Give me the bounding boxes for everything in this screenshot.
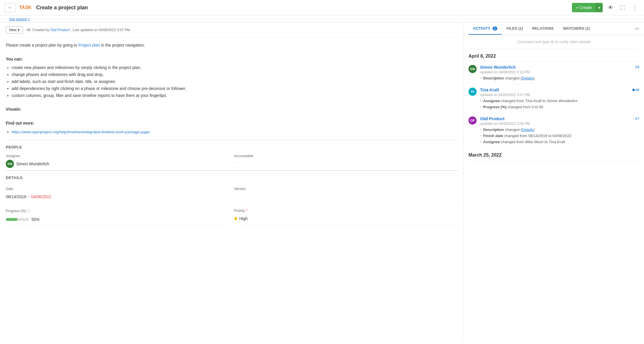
project-plan-link[interactable]: Project plan — [78, 43, 100, 47]
back-button[interactable]: ← — [5, 3, 16, 12]
activity-badge: 1 — [493, 26, 497, 31]
accountable-field: Accountable - — [234, 154, 458, 168]
progress-field: Progress (%) ⓘ 50% — [6, 206, 230, 224]
assignee-field: Assignee SW Simon Wunderlich — [6, 154, 230, 168]
status-badge[interactable]: New ▾ — [6, 26, 23, 33]
create-button-group: + Create ▾ — [572, 3, 603, 12]
date-value-row: 08/14/2019 - 04/06/2022 — [6, 194, 230, 199]
activity-change: Description changed (Details) — [480, 127, 639, 132]
version-field: Version - — [234, 185, 458, 202]
comment-placeholder[interactable]: Comment and type @ to notify other peopl… — [468, 35, 639, 49]
progress-label: Progress (%) ⓘ — [6, 209, 230, 214]
activity-change: Progress (%) changed from 0 to 50 — [480, 105, 639, 109]
tab-relations[interactable]: RELATIONS — [527, 23, 558, 35]
activity-change: Assignee changed from Tina Kraft to Simo… — [480, 99, 639, 103]
tabs-row: ACTIVITY 1 FILES (1) RELATIONS WATCHERS … — [464, 23, 644, 35]
you-can-label: You can: — [6, 56, 458, 63]
activity-item: TK Tina Kraft updated on 04/06/2022 3:07… — [468, 84, 639, 113]
tab-files[interactable]: FILES (1) — [502, 23, 527, 35]
version-value: - — [234, 194, 458, 199]
status-row: New ▾ #8: Created by Olaf Product . Last… — [6, 23, 458, 37]
create-main-button[interactable]: + Create — [572, 3, 596, 12]
date-start: 08/14/2019 — [6, 194, 26, 199]
bullet-item: create new phases and milestones by simp… — [12, 64, 458, 71]
description-section: Please create a project plan by going to… — [6, 37, 458, 140]
visuals-label: Visuals: — [6, 106, 458, 113]
priority-dot — [234, 217, 237, 220]
activity-author[interactable]: Simon Wunderlich — [480, 65, 639, 70]
watch-button[interactable]: 👁 — [606, 3, 615, 13]
progress-text: 50% — [31, 217, 40, 222]
progress-help-icon[interactable]: ⓘ — [27, 209, 31, 213]
activity-time: updated on 04/06/2022 3:07 PM — [480, 93, 639, 97]
priority-value: High — [239, 216, 248, 221]
details-link-2[interactable]: Details — [522, 127, 534, 132]
create-dropdown-button[interactable]: ▾ — [596, 3, 603, 12]
assignee-avatar: SW — [6, 160, 14, 168]
activity-content: Tina Kraft updated on 04/06/2022 3:07 PM… — [480, 88, 639, 109]
priority-field: Priority * High — [234, 206, 458, 224]
activity-item: SW Simon Wunderlich updated on 04/06/202… — [468, 61, 639, 84]
tab-watchers[interactable]: WATCHERS (1) — [558, 23, 595, 35]
activity-content: Olaf Product updated on 04/06/2022 3:06 … — [480, 116, 639, 144]
assignee-name: Simon Wunderlich — [16, 162, 49, 166]
activity-author[interactable]: Olaf Product — [480, 116, 639, 121]
top-bar: ← TASK Create a project plan + Create ▾ … — [0, 0, 644, 15]
activity-time: updated on 04/06/2022 3:10 PM — [480, 70, 639, 74]
date-group-header-2: March 25, 2022 — [468, 148, 639, 160]
accountable-label: Accountable — [234, 154, 458, 158]
expand-icon: ⛶ — [620, 5, 625, 10]
activity-number: #9 — [635, 65, 639, 69]
activity-item: OP Olaf Product updated on 04/06/2022 3:… — [468, 113, 639, 148]
version-label: Version — [234, 187, 458, 191]
people-grid: Assignee SW Simon Wunderlich Accountable… — [6, 152, 458, 171]
activity-change: Description changed (Details) — [480, 76, 639, 80]
bullet-item: add labels, such as start and finish dat… — [12, 78, 458, 85]
assignee-label: Assignee — [6, 154, 230, 158]
main-layout: New ▾ #8: Created by Olaf Product . Last… — [0, 23, 644, 341]
date-label: Date — [6, 187, 230, 191]
find-out-link[interactable]: https://www.openproject.org/help/timelin… — [12, 130, 150, 134]
author-link[interactable]: Olaf Product — [50, 28, 70, 32]
activity-number: #7 — [635, 116, 639, 121]
details-link[interactable]: Details — [522, 76, 534, 80]
task-type-label: TASK — [19, 5, 31, 10]
activity-author[interactable]: Tina Kraft — [480, 88, 639, 92]
expand-button[interactable]: ⛶ — [618, 3, 627, 13]
accountable-value: - — [234, 160, 458, 164]
bullet-item: add dependencies by right clicking on a … — [12, 85, 458, 92]
activity-change: Finish date changed from 08/14/2019 to 0… — [480, 134, 639, 138]
activity-number: #8 — [632, 88, 639, 92]
priority-label: Priority * — [234, 209, 458, 213]
date-field: Date 08/14/2019 - 04/06/2022 — [6, 185, 230, 202]
date-separator: - — [28, 194, 29, 199]
more-options-button[interactable]: ⋮ — [630, 2, 639, 13]
simon-avatar: SW — [468, 65, 477, 73]
status-meta: #8: Created by Olaf Product . Last updat… — [26, 28, 132, 32]
eye-icon: 👁 — [608, 5, 613, 10]
find-out-label: Find out more: — [6, 120, 458, 127]
details-section-title: DETAILS — [6, 171, 458, 182]
tina-avatar: TK — [468, 88, 477, 96]
activity-change: Assignee changed from Mike Moch to Tina … — [480, 140, 639, 144]
people-section-title: PEOPLE — [6, 140, 458, 152]
right-panel: ACTIVITY 1 FILES (1) RELATIONS WATCHERS … — [464, 23, 644, 341]
more-icon: ⋮ — [632, 4, 638, 11]
bullet-item: change phases and milestones with drag a… — [12, 71, 458, 78]
olaf-avatar: OP — [468, 116, 477, 125]
activity-content: Simon Wunderlich updated on 04/06/2022 3… — [480, 65, 639, 80]
unread-dot — [632, 89, 635, 91]
date-end: 04/06/2022 — [31, 194, 51, 199]
status-label: New — [9, 28, 17, 32]
tab-activity[interactable]: ACTIVITY 1 — [468, 23, 502, 35]
progress-bar-container: 50% — [6, 217, 230, 222]
bullet-item: custom columns, group, filter and save t… — [12, 92, 458, 99]
set-parent-link[interactable]: Set parent + — [5, 16, 35, 22]
activity-time: updated on 04/06/2022 3:06 PM — [480, 122, 639, 126]
date-group-header: April 6, 2022 — [468, 49, 639, 61]
progress-fill — [6, 218, 17, 221]
details-grid: Date 08/14/2019 - 04/06/2022 Version - P… — [6, 182, 458, 227]
activity-area: Comment and type @ to notify other peopl… — [464, 35, 644, 341]
status-dropdown-icon: ▾ — [18, 28, 20, 32]
tab-edit-icon[interactable]: ✏ — [635, 26, 639, 32]
